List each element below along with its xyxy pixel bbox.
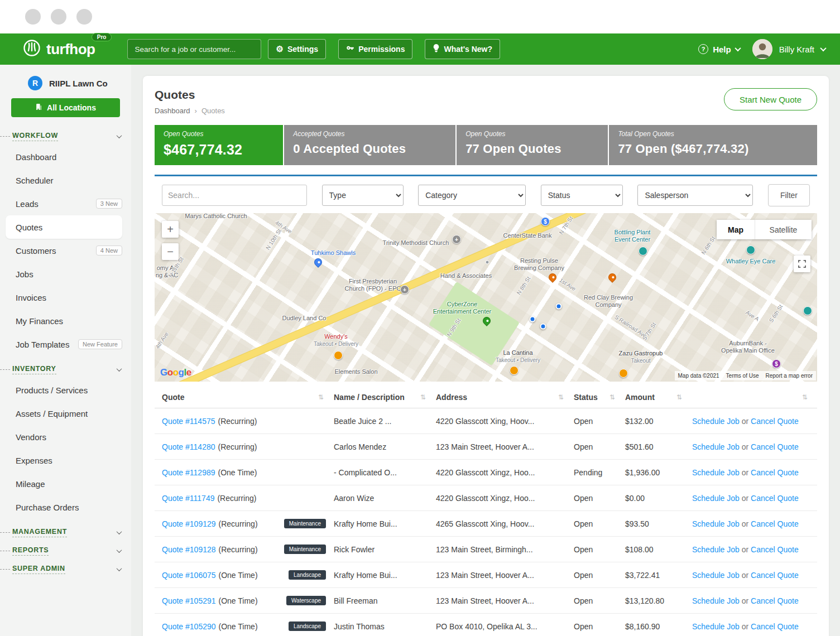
sort-icon[interactable]: ⇅ (558, 393, 564, 401)
cancel-quote-link[interactable]: Cancel Quote (751, 571, 799, 580)
sort-icon[interactable]: ⇅ (609, 393, 615, 401)
sidebar-item-job-templates[interactable]: Job TemplatesNew Feature (0, 333, 131, 356)
map-marker-church[interactable]: + (400, 285, 409, 294)
map-marker-food[interactable] (619, 369, 628, 378)
permissions-button[interactable]: Permissions (338, 39, 412, 59)
map-marker-bank-blue[interactable]: $ (541, 217, 550, 226)
settings-button[interactable]: ⚙ Settings (268, 39, 326, 59)
sidebar-section-workflow[interactable]: WORKFLOW (0, 132, 131, 141)
breadcrumb-dashboard-link[interactable]: Dashboard (155, 107, 190, 115)
sort-icon[interactable]: ⇅ (676, 393, 682, 401)
sidebar-item-customers[interactable]: Customers4 New (0, 239, 131, 262)
schedule-job-link[interactable]: Schedule Job (692, 596, 740, 605)
map-marker-dot-blue[interactable] (530, 316, 536, 322)
window-control-dot (51, 9, 66, 25)
cancel-quote-link[interactable]: Cancel Quote (751, 494, 799, 503)
sidebar-item-dashboard[interactable]: Dashboard (0, 145, 131, 168)
sidebar-item-purchase-orders[interactable]: Purchase Orders (0, 495, 131, 519)
sort-icon[interactable]: ⇅ (420, 393, 426, 401)
filter-button[interactable]: Filter (768, 184, 810, 206)
quote-link[interactable]: Quote #105290 (162, 622, 216, 631)
map-view-button[interactable]: Map (717, 220, 755, 239)
quote-link[interactable]: Quote #109128 (162, 545, 216, 554)
sidebar-item-mileage[interactable]: Mileage (0, 472, 131, 495)
map-marker-dot-blue[interactable] (556, 303, 562, 310)
column-header-name-description[interactable]: Name / Description⇅ (334, 393, 436, 402)
map-marker-dot-gray[interactable] (486, 261, 489, 264)
report-map-error-link[interactable]: Report a map error (766, 373, 813, 379)
schedule-job-link[interactable]: Schedule Job (692, 571, 740, 580)
schedule-job-link[interactable]: Schedule Job (692, 468, 740, 477)
sidebar-section-management[interactable]: MANAGEMENT (0, 528, 131, 537)
quote-link[interactable]: Quote #114280 (162, 442, 215, 451)
user-name[interactable]: Billy Kraft (779, 45, 814, 54)
sidebar-item-vendors[interactable]: Vendors (0, 425, 131, 449)
quotes-map[interactable]: Marys Catholic ChurchTuhkimo ShawlsTrini… (155, 213, 817, 382)
schedule-job-link[interactable]: Schedule Job (692, 442, 740, 451)
column-header-quote[interactable]: Quote⇅ (162, 393, 334, 402)
sidebar-item-scheduler[interactable]: Scheduler (0, 168, 131, 192)
type-select[interactable]: Type (322, 185, 404, 206)
schedule-job-link[interactable]: Schedule Job (692, 519, 740, 528)
map-zoom-out-button[interactable]: − (162, 243, 179, 260)
sort-icon[interactable]: ⇅ (318, 393, 324, 401)
sidebar-item-expenses[interactable]: Expenses (0, 449, 131, 472)
map-marker-food[interactable] (510, 366, 519, 375)
sidebar-item-products-services[interactable]: Products / Services (0, 378, 131, 402)
quote-link[interactable]: Quote #114575 (162, 417, 215, 426)
quote-link[interactable]: Quote #109129 (162, 519, 216, 528)
map-fullscreen-button[interactable] (794, 256, 810, 272)
map-marker-teal[interactable] (746, 245, 755, 254)
sidebar-item-jobs[interactable]: Jobs (0, 262, 131, 286)
help-menu[interactable]: ? Help (698, 44, 740, 54)
map-zoom-in-button[interactable]: + (162, 221, 179, 238)
satellite-view-button[interactable]: Satellite (755, 220, 812, 239)
column-header-status[interactable]: Status⇅ (574, 393, 625, 402)
quote-search-input[interactable] (162, 185, 307, 206)
cancel-quote-link[interactable]: Cancel Quote (751, 417, 799, 426)
company-selector[interactable]: R RIIPL Lawn Co (0, 65, 131, 90)
map-marker-teal[interactable] (803, 306, 812, 315)
turfhop-logo[interactable]: turfhop Pro (22, 38, 95, 60)
whats-new-button[interactable]: What's New? (425, 39, 500, 59)
salesperson-select[interactable]: Salesperson (637, 185, 753, 206)
schedule-job-link[interactable]: Schedule Job (692, 622, 740, 631)
terms-of-use-link[interactable]: Terms of Use (726, 373, 759, 379)
schedule-job-link[interactable]: Schedule Job (692, 494, 740, 503)
map-marker-bank-purple[interactable]: $ (772, 359, 781, 368)
sidebar-item-assets-equipment[interactable]: Assets / Equipment (0, 402, 131, 425)
sidebar-section-reports[interactable]: REPORTS (0, 546, 131, 556)
quote-link[interactable]: Quote #111749 (162, 494, 214, 503)
status-select[interactable]: Status (541, 185, 623, 206)
quote-link[interactable]: Quote #112989 (162, 468, 215, 477)
schedule-job-link[interactable]: Schedule Job (692, 417, 740, 426)
column-header-address[interactable]: Address⇅ (436, 393, 574, 402)
cancel-quote-link[interactable]: Cancel Quote (751, 545, 799, 554)
cancel-quote-link[interactable]: Cancel Quote (751, 596, 799, 605)
sidebar-section-super-admin[interactable]: SUPER ADMIN (0, 565, 131, 574)
quote-link[interactable]: Quote #106075 (162, 571, 216, 580)
map-marker-teal[interactable] (639, 247, 647, 256)
cancel-quote-link[interactable]: Cancel Quote (751, 519, 799, 528)
map-marker-church[interactable]: + (452, 235, 461, 244)
sidebar-item-leads[interactable]: Leads3 New (0, 192, 131, 215)
sort-icon[interactable]: ⇅ (802, 393, 808, 401)
map-marker-food[interactable] (334, 351, 343, 360)
sidebar-item-my-finances[interactable]: My Finances (0, 309, 131, 333)
column-header-amount[interactable]: Amount⇅ (625, 393, 692, 402)
start-new-quote-button[interactable]: Start New Quote (724, 88, 817, 110)
category-select[interactable]: Category (418, 185, 526, 206)
sidebar-item-quotes[interactable]: Quotes (6, 215, 122, 239)
cancel-quote-link[interactable]: Cancel Quote (751, 622, 799, 631)
quote-link[interactable]: Quote #105291 (162, 596, 216, 605)
user-avatar[interactable] (752, 39, 772, 59)
map-marker-dot-blue[interactable] (540, 324, 546, 330)
column-header-actions[interactable]: ⇅ (692, 393, 810, 401)
all-locations-button[interactable]: All Locations (11, 98, 120, 117)
schedule-job-link[interactable]: Schedule Job (692, 545, 740, 554)
sidebar-section-inventory[interactable]: INVENTORY (0, 365, 131, 374)
cancel-quote-link[interactable]: Cancel Quote (751, 468, 799, 477)
cancel-quote-link[interactable]: Cancel Quote (751, 442, 799, 451)
sidebar-item-invoices[interactable]: Invoices (0, 286, 131, 309)
global-search-input[interactable] (127, 39, 261, 59)
